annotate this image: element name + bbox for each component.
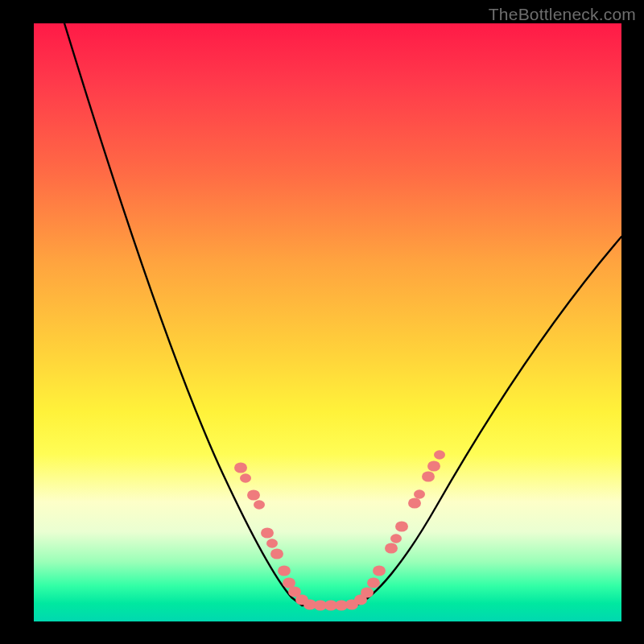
curve-marker xyxy=(234,462,247,473)
curve-marker xyxy=(240,473,251,482)
curve-marker xyxy=(278,565,291,576)
watermark-text: TheBottleneck.com xyxy=(489,5,636,24)
chart-frame: TheBottleneck.com xyxy=(0,0,644,644)
curve-marker xyxy=(270,548,283,559)
plot-area xyxy=(34,23,621,621)
curve-left-arm xyxy=(64,23,302,605)
curve-marker xyxy=(247,489,260,500)
curve-marker xyxy=(408,497,421,508)
bottleneck-curve xyxy=(34,23,621,621)
curve-marker xyxy=(254,500,265,509)
curve-marker xyxy=(395,521,408,531)
curve-marker xyxy=(427,460,440,471)
curve-marker xyxy=(422,471,435,481)
curve-marker xyxy=(434,450,445,459)
curve-marker xyxy=(261,527,274,538)
curve-marker xyxy=(266,539,278,547)
curve-marker xyxy=(414,489,425,498)
curve-marker xyxy=(367,577,380,588)
curve-marker xyxy=(385,543,398,553)
curve-marker xyxy=(390,534,402,543)
curve-marker xyxy=(361,587,374,597)
curve-marker xyxy=(373,565,386,576)
